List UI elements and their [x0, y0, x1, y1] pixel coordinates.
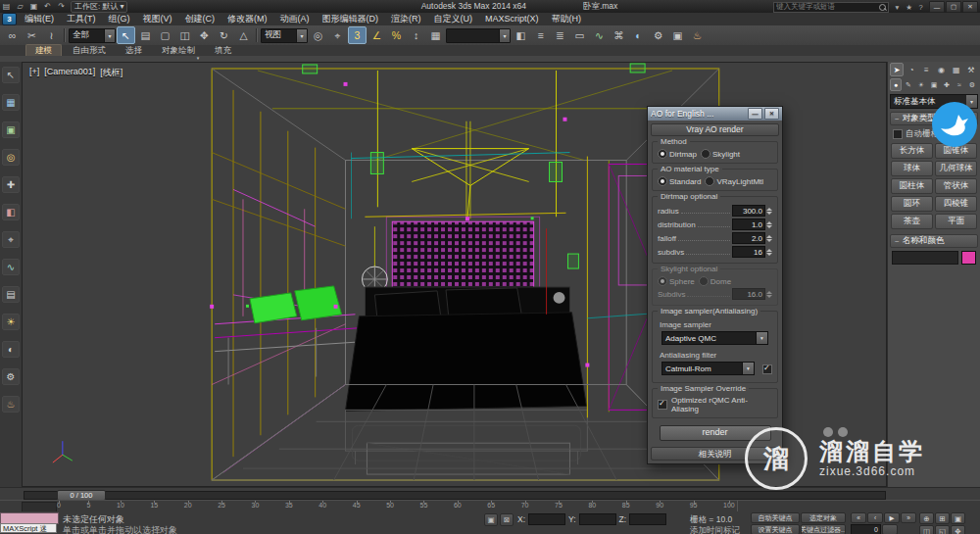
- radio-icon[interactable]: [699, 276, 709, 286]
- left-toolbar-icon[interactable]: ⚙: [2, 368, 20, 385]
- menu-item[interactable]: 帮助(H): [546, 13, 588, 25]
- autogrid-checkbox[interactable]: [893, 129, 903, 139]
- menu-item[interactable]: 渲染(R): [385, 13, 427, 25]
- spinner-arrows[interactable]: [766, 208, 772, 215]
- space-warps-subtab[interactable]: ≈: [954, 78, 965, 91]
- y-coordinate-input[interactable]: [579, 513, 616, 525]
- display-tab[interactable]: ▦: [950, 63, 963, 76]
- render-production-icon[interactable]: ♨: [688, 26, 707, 44]
- use-pivot-point-icon[interactable]: ◎: [309, 26, 327, 44]
- ribbon-tab[interactable]: 填充: [206, 45, 240, 56]
- rectangular-selection-region-icon[interactable]: ▢: [156, 26, 174, 44]
- left-toolbar-icon[interactable]: ◐: [2, 341, 20, 358]
- menu-item[interactable]: 组(G): [103, 13, 136, 25]
- material-radio-option[interactable]: VRayLightMtl: [705, 176, 763, 186]
- systems-subtab[interactable]: ⚙: [966, 78, 978, 91]
- left-toolbar-icon[interactable]: ▦: [2, 94, 20, 111]
- selected-filter-dropdown[interactable]: 选定对象: [801, 512, 846, 523]
- unlink-selection-icon[interactable]: ✂: [23, 26, 41, 44]
- menu-item[interactable]: 工具(T): [61, 13, 102, 25]
- schematic-view-icon[interactable]: ⌘: [610, 26, 628, 44]
- ribbon-expand-toggle[interactable]: ▾: [191, 55, 205, 62]
- redo-icon[interactable]: ↷: [55, 1, 68, 12]
- aa-filter-dropdown[interactable]: Catmull-Rom ▾: [662, 362, 755, 375]
- dialog-minimize-button[interactable]: —: [748, 108, 762, 120]
- layer-manager-icon[interactable]: ≣: [551, 26, 569, 44]
- hierarchy-tab[interactable]: ≡: [919, 63, 933, 76]
- play-animation-icon[interactable]: ▶: [884, 512, 900, 523]
- create-tab[interactable]: ➤: [890, 63, 904, 76]
- menu-item[interactable]: 编辑(E): [19, 13, 60, 25]
- field-value-input[interactable]: 300.0: [732, 205, 765, 217]
- left-toolbar-icon[interactable]: ▤: [2, 286, 20, 303]
- object-type-button[interactable]: 长方体: [891, 143, 933, 159]
- skylight-radio-option[interactable]: Sphere: [658, 276, 695, 286]
- radio-icon[interactable]: [701, 149, 710, 159]
- object-type-button[interactable]: 圆环: [891, 196, 933, 212]
- ribbon-tab[interactable]: 建模: [25, 44, 62, 56]
- render-setup-icon[interactable]: ⚙: [649, 26, 667, 44]
- viewport-general-menu[interactable]: [+]: [29, 67, 39, 79]
- method-radio-option[interactable]: Dirtmap: [658, 149, 697, 159]
- add-time-tag[interactable]: 添加时间标记: [690, 525, 740, 534]
- left-toolbar-icon[interactable]: ◎: [2, 149, 20, 166]
- material-editor-icon[interactable]: ◐: [629, 26, 648, 44]
- search-options-icon[interactable]: ▾: [892, 2, 903, 12]
- previous-frame-icon[interactable]: ‹: [867, 512, 883, 523]
- left-toolbar-icon[interactable]: ▣: [2, 121, 20, 138]
- menu-item[interactable]: 图形编辑器(D): [317, 13, 385, 25]
- open-file-icon[interactable]: ▱: [14, 1, 26, 12]
- spinner-snap-icon[interactable]: ↕: [407, 26, 425, 44]
- image-sampler-dropdown[interactable]: Adaptive QMC ▾: [662, 331, 768, 345]
- object-type-button[interactable]: 平面: [935, 214, 977, 229]
- curve-editor-icon[interactable]: ∿: [590, 26, 609, 44]
- viewport-pov-menu[interactable]: [Camera001]: [44, 67, 95, 79]
- pan-icon[interactable]: ✥: [951, 525, 965, 534]
- spinner-arrows[interactable]: [766, 249, 772, 256]
- geometry-subtab[interactable]: ●: [890, 78, 902, 91]
- object-type-button[interactable]: 圆柱体: [891, 178, 933, 194]
- help-icon[interactable]: ?: [915, 2, 926, 12]
- object-type-button[interactable]: 茶壶: [891, 214, 933, 229]
- time-slider-groove[interactable]: [24, 491, 886, 500]
- zoom-all-icon[interactable]: ⊞: [935, 512, 950, 524]
- spinner-arrows[interactable]: [766, 221, 772, 228]
- application-menu-button[interactable]: 3: [2, 13, 17, 25]
- search-icon[interactable]: [879, 4, 886, 11]
- ribbon-tab[interactable]: 自由形式: [64, 45, 115, 56]
- lights-subtab[interactable]: ☀: [915, 78, 927, 91]
- menu-item[interactable]: 视图(V): [137, 13, 178, 25]
- object-name-input[interactable]: [892, 251, 958, 265]
- rollout-name-color[interactable]: − 名称和颜色: [890, 234, 978, 248]
- percent-snap-icon[interactable]: %: [387, 26, 406, 44]
- select-object-icon[interactable]: ↖: [117, 26, 135, 44]
- menu-item[interactable]: MAXScript(X): [479, 13, 545, 25]
- object-type-button[interactable]: 四棱锥: [935, 196, 977, 212]
- maxscript-mini-listener[interactable]: MAXScript 迷: [0, 523, 57, 533]
- bind-to-space-warp-icon[interactable]: ≀: [42, 26, 61, 44]
- x-coordinate-input[interactable]: [528, 513, 565, 525]
- workspace-selector[interactable]: 工作区: 默认 ▾: [71, 1, 127, 13]
- restore-button[interactable]: ▢: [946, 1, 961, 13]
- shapes-subtab[interactable]: ✎: [903, 78, 914, 91]
- isolate-selection-toggle-icon[interactable]: ▣: [484, 513, 498, 526]
- favorites-star-icon[interactable]: ★: [904, 2, 914, 12]
- vray-ao-render-rollout[interactable]: Vray AO render: [651, 123, 779, 136]
- angle-snap-icon[interactable]: ∠: [368, 26, 386, 44]
- zoom-extents-all-icon[interactable]: ◫: [919, 525, 934, 534]
- modify-tab[interactable]: ◔: [905, 63, 918, 76]
- ribbon-toggle-icon[interactable]: ▭: [570, 26, 589, 44]
- radio-icon[interactable]: [658, 276, 667, 286]
- z-coordinate-input[interactable]: [629, 513, 666, 525]
- menu-item[interactable]: 修改器(M): [221, 13, 273, 25]
- radio-icon[interactable]: [658, 149, 667, 159]
- cameras-subtab[interactable]: ▣: [928, 78, 940, 91]
- spinner-arrows[interactable]: [766, 291, 772, 298]
- left-toolbar-icon[interactable]: ☀: [2, 314, 20, 330]
- current-frame-input[interactable]: 0: [851, 524, 881, 534]
- field-value-input[interactable]: 2.0: [732, 232, 765, 244]
- field-value-input[interactable]: 1.0: [732, 218, 765, 230]
- ribbon-tab[interactable]: 选择: [117, 45, 151, 56]
- go-to-start-icon[interactable]: «: [851, 512, 866, 523]
- left-toolbar-icon[interactable]: ◧: [2, 204, 20, 220]
